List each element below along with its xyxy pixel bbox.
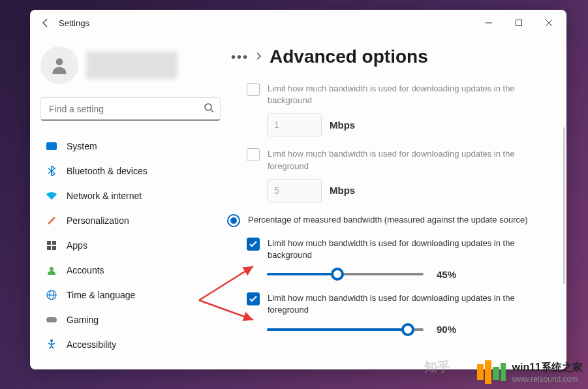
nav-time-language[interactable]: Time & language [40,283,221,307]
nav-network[interactable]: Network & internet [40,183,221,208]
input-abs-bg[interactable] [267,113,322,136]
nav-apps[interactable]: Apps [40,233,221,258]
checkbox-abs-fg[interactable] [247,148,260,161]
svg-rect-8 [47,246,51,250]
option-label: Limit how much bandwidth is used for dow… [268,238,561,261]
slider-pct-bg[interactable] [267,268,424,281]
app-title: Settings [59,18,89,28]
window-controls [474,13,564,33]
bluetooth-icon [46,165,57,177]
svg-point-15 [50,339,53,342]
option-pct-bg: Limit how much bandwidth is used for dow… [231,238,561,261]
apps-icon [46,240,57,251]
site-watermark: win11系统之家 www.relsound.com [477,360,583,384]
chevron-right-icon [256,51,262,63]
svg-point-2 [56,58,63,65]
nav-label: Gaming [67,315,99,325]
svg-rect-7 [52,241,56,245]
option-pct-fg: Limit how much bandwidth is used for dow… [231,292,561,316]
watermark-logo-icon [477,360,506,384]
svg-rect-6 [47,241,51,245]
back-button[interactable] [33,10,59,36]
system-icon [46,140,57,152]
option-radio-pct: Percentage of measured bandwidth (measur… [231,214,561,227]
option-abs-bg: Limit how much bandwidth is used for dow… [231,83,561,106]
maximize-icon [516,20,522,26]
option-label: Percentage of measured bandwidth (measur… [248,214,561,226]
sidebar: System Bluetooth & devices Network & int… [30,36,226,369]
search-input[interactable] [40,97,221,121]
check-icon [249,241,257,247]
search-box [40,97,221,121]
user-name-blurred [86,52,178,79]
svg-rect-9 [52,246,56,250]
minimize-icon [486,20,492,26]
nav-label: System [67,141,97,151]
slider-pct-fg[interactable] [267,323,424,336]
slider-pct-fg-row: 90% [231,323,561,336]
gaming-icon [46,314,57,326]
option-label: Limit how much bandwidth is used for dow… [268,148,561,172]
svg-line-4 [211,110,213,112]
checkbox-abs-bg[interactable] [247,83,260,96]
nav-label: Apps [67,240,87,251]
svg-rect-14 [46,317,57,322]
svg-rect-5 [46,142,57,150]
settings-window: Settings System Bluetooth & de [30,10,566,369]
radio-percentage[interactable] [227,214,240,227]
page-title: Advanced options [270,46,428,67]
globe-icon [46,289,57,301]
accessibility-icon [46,339,57,350]
svg-point-10 [50,267,54,271]
watermark-title: win11系统之家 [512,361,583,375]
zhihu-watermark: 知乎 [424,358,450,376]
svg-rect-20 [493,367,499,380]
svg-rect-19 [485,360,491,384]
svg-point-3 [205,104,211,110]
input-abs-bg-row: Mbps [231,113,561,136]
input-abs-fg-row: Mbps [231,179,561,202]
breadcrumb: ••• Advanced options [231,46,561,67]
nav-accessibility[interactable]: Accessibility [40,332,221,357]
nav-system[interactable]: System [40,134,221,159]
nav-list: System Bluetooth & devices Network & int… [40,134,221,357]
arrow-left-icon [40,18,51,28]
svg-rect-18 [477,364,484,380]
checkbox-pct-bg[interactable] [247,238,260,251]
accounts-icon [46,264,57,276]
minimize-button[interactable] [474,13,504,33]
nav-gaming[interactable]: Gaming [40,307,221,332]
nav-accounts[interactable]: Accounts [40,258,221,283]
search-icon [204,102,214,116]
maximize-button[interactable] [504,13,534,33]
svg-rect-1 [516,20,522,26]
main-content: ••• Advanced options Limit how much band… [226,36,566,369]
option-label: Limit how much bandwidth is used for dow… [268,83,561,106]
nav-label: Accounts [67,265,104,275]
svg-rect-21 [501,363,506,381]
scrollbar[interactable] [563,127,565,284]
unit-label: Mbps [330,119,355,131]
nav-label: Accessibility [67,339,116,350]
titlebar: Settings [30,10,566,36]
nav-personalization[interactable]: Personalization [40,208,221,233]
wifi-icon [46,190,57,202]
breadcrumb-more[interactable]: ••• [231,50,249,65]
person-icon [49,55,70,76]
slider-value: 45% [437,269,456,280]
slider-value: 90% [437,324,456,335]
nav-label: Time & language [67,290,135,300]
brush-icon [46,215,57,226]
close-button[interactable] [534,13,564,33]
checkbox-pct-fg[interactable] [247,292,260,305]
nav-label: Network & internet [67,191,142,201]
nav-bluetooth[interactable]: Bluetooth & devices [40,159,221,183]
unit-label: Mbps [330,185,355,196]
slider-pct-bg-row: 45% [231,268,561,281]
input-abs-fg[interactable] [267,179,322,202]
avatar [40,46,78,84]
nav-label: Bluetooth & devices [67,166,147,176]
option-abs-fg: Limit how much bandwidth is used for dow… [231,148,561,172]
close-icon [546,20,552,26]
user-profile[interactable] [40,46,221,84]
